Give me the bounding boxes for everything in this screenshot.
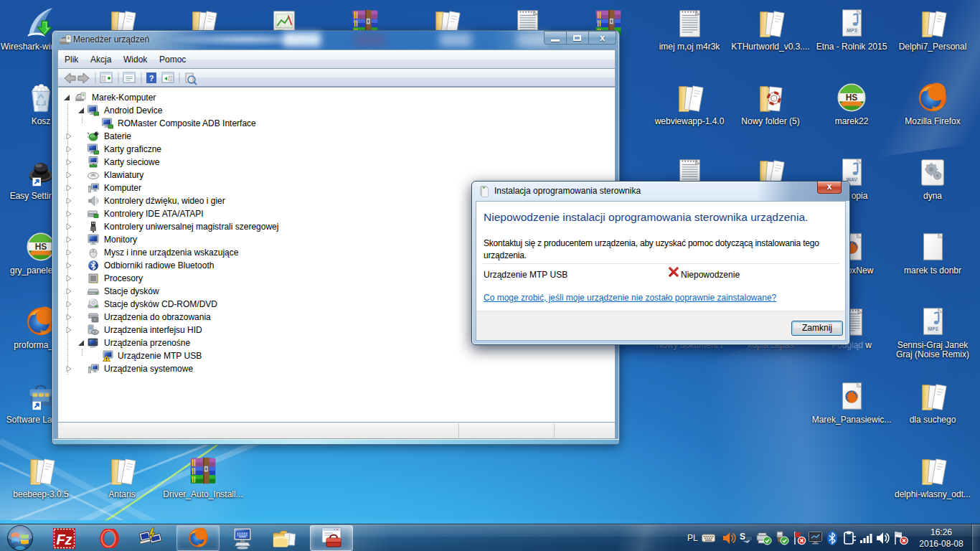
svg-text:?: ? [149, 74, 154, 83]
svg-text:Fz: Fz [56, 532, 72, 547]
svg-text:S: S [740, 532, 745, 542]
